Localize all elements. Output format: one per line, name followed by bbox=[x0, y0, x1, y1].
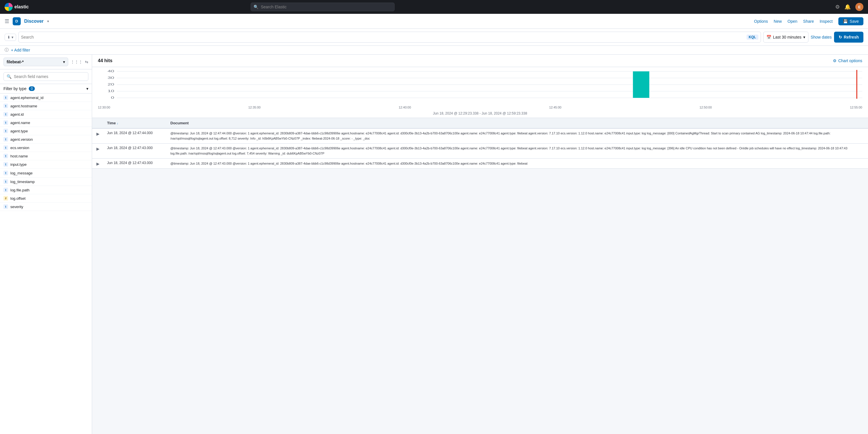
field-type-icon: # bbox=[3, 196, 8, 200]
search-input[interactable] bbox=[21, 35, 745, 39]
field-type-icon: t bbox=[3, 95, 8, 100]
save-icon: 💾 bbox=[843, 19, 848, 24]
filter-type-badge: 0 bbox=[29, 86, 35, 91]
kql-badge: KQL bbox=[747, 34, 758, 40]
svg-text:0: 0 bbox=[111, 96, 114, 99]
filter-type-chevron-icon: ▾ bbox=[86, 86, 88, 91]
hits-header: 44 hits ⚙ Chart options bbox=[92, 55, 868, 67]
save-search-chevron: ▾ bbox=[11, 35, 13, 39]
expand-button[interactable]: ▶ bbox=[96, 147, 100, 151]
table-header: Time ↓ Document bbox=[92, 118, 868, 128]
content-area: 44 hits ⚙ Chart options 40 30 bbox=[92, 55, 868, 434]
document-cell: @timestamp: Jun 18, 2024 @ 12:47:43.000 … bbox=[167, 144, 868, 159]
user-avatar[interactable]: E bbox=[855, 3, 863, 11]
field-item[interactable]: t agent.hostname bbox=[0, 102, 92, 110]
field-item[interactable]: t log_timestamp bbox=[0, 178, 92, 186]
save-button[interactable]: 💾 Save bbox=[838, 17, 863, 25]
top-nav-icons: ⚙ 🔔 E bbox=[835, 3, 863, 11]
time-picker[interactable]: 📅 Last 30 minutes ▾ bbox=[763, 32, 808, 42]
search-toolbar: ⬇ ▾ KQL 📅 Last 30 minutes ▾ Show dates ↻… bbox=[0, 29, 868, 46]
field-name: agent.name bbox=[10, 121, 88, 125]
time-chevron-icon: ▾ bbox=[803, 35, 805, 39]
filter-type-text: Filter by type bbox=[3, 86, 27, 91]
filter-bar: ⓘ + Add filter bbox=[0, 46, 868, 55]
open-button[interactable]: Open bbox=[787, 19, 797, 24]
time-sort-icon: ↓ bbox=[117, 122, 118, 125]
app-title: Discover bbox=[24, 19, 44, 24]
field-item[interactable]: t severity bbox=[0, 203, 92, 211]
top-nav: elastic 🔍 ⚙ 🔔 E bbox=[0, 0, 868, 14]
add-filter-button[interactable]: + Add filter bbox=[11, 48, 30, 52]
elastic-logo-text: elastic bbox=[14, 4, 29, 9]
refresh-button[interactable]: ↻ Refresh bbox=[834, 32, 863, 42]
save-label: Save bbox=[849, 19, 859, 24]
index-pattern-name: filebeat-* bbox=[7, 60, 24, 64]
hamburger-menu-icon[interactable]: ☰ bbox=[5, 18, 9, 25]
field-item[interactable]: t input.type bbox=[0, 160, 92, 169]
app-chevron-icon[interactable]: ▾ bbox=[47, 19, 49, 23]
field-search-input-wrap[interactable]: 🔍 bbox=[3, 72, 88, 81]
elastic-logo[interactable]: elastic bbox=[5, 3, 29, 11]
field-name: agent.version bbox=[10, 137, 88, 142]
field-type-icon: t bbox=[3, 103, 8, 108]
chart-options-button[interactable]: ⚙ Chart options bbox=[833, 58, 862, 63]
save-search-button[interactable]: ⬇ ▾ bbox=[5, 34, 16, 41]
elastic-logo-icon bbox=[5, 3, 13, 11]
field-search-input[interactable] bbox=[14, 74, 85, 79]
expand-button[interactable]: ▶ bbox=[96, 131, 100, 136]
histogram-chart: 40 30 20 10 0 bbox=[98, 70, 862, 99]
field-type-icon: t bbox=[3, 137, 8, 142]
time-col-header[interactable]: Time ↓ bbox=[103, 118, 167, 128]
refresh-label: Refresh bbox=[844, 35, 859, 39]
svg-text:10: 10 bbox=[107, 89, 114, 93]
filter-type-label: Filter by type 0 bbox=[3, 86, 35, 91]
columns-icon[interactable]: ⋮⋮⋮ bbox=[70, 60, 83, 64]
expand-cell: ▶ bbox=[92, 159, 103, 169]
field-item[interactable]: t agent.type bbox=[0, 127, 92, 135]
time-cell: Jun 18, 2024 @ 12:47:43.000 bbox=[103, 144, 167, 159]
filter-icon: ⓘ bbox=[5, 48, 9, 53]
field-item[interactable]: t log.file.path bbox=[0, 186, 92, 194]
field-item[interactable]: t agent.version bbox=[0, 135, 92, 144]
field-item[interactable]: t agent.name bbox=[0, 119, 92, 127]
field-item[interactable]: # log.offset bbox=[0, 194, 92, 203]
chart-area: 40 30 20 10 0 12:30:00 12:35:00 12:40:00… bbox=[92, 67, 868, 118]
chart-options-label: Chart options bbox=[838, 58, 862, 63]
options-button[interactable]: Options bbox=[754, 19, 768, 24]
filter-by-type[interactable]: Filter by type 0 ▾ bbox=[0, 84, 92, 94]
sidebar-settings-icon[interactable]: ⇆ bbox=[85, 60, 88, 64]
field-name: input.type bbox=[10, 162, 88, 167]
inspect-button[interactable]: Inspect bbox=[820, 19, 833, 24]
settings-icon[interactable]: ⚙ bbox=[835, 4, 840, 10]
share-button[interactable]: Share bbox=[803, 19, 814, 24]
sidebar: filebeat-* ▾ ⋮⋮⋮ ⇆ 🔍 Filter by type 0 ▾ … bbox=[0, 55, 92, 434]
document-cell: @timestamp: Jun 18, 2024 @ 12:47:43.000 … bbox=[167, 159, 868, 169]
refresh-icon: ↻ bbox=[839, 35, 842, 39]
new-button[interactable]: New bbox=[774, 19, 782, 24]
expand-cell: ▶ bbox=[92, 144, 103, 159]
field-item[interactable]: t agent.ephemeral_id bbox=[0, 94, 92, 102]
index-pattern-button[interactable]: filebeat-* ▾ bbox=[3, 58, 68, 66]
search-input-wrap[interactable]: KQL bbox=[19, 32, 761, 42]
field-item[interactable]: t log_message + bbox=[0, 169, 92, 178]
field-search-wrap: 🔍 bbox=[0, 69, 92, 84]
chart-bar bbox=[633, 71, 649, 98]
nav-actions: Options New Open Share Inspect 💾 Save bbox=[754, 17, 863, 25]
show-dates-button[interactable]: Show dates bbox=[811, 35, 832, 39]
field-item[interactable]: t host.name bbox=[0, 152, 92, 160]
field-name: agent.id bbox=[10, 112, 88, 117]
field-item[interactable]: t agent.id bbox=[0, 110, 92, 119]
field-name: agent.ephemeral_id bbox=[10, 96, 88, 100]
field-name: severity bbox=[10, 205, 88, 209]
sidebar-header: filebeat-* ▾ ⋮⋮⋮ ⇆ bbox=[0, 55, 92, 69]
notifications-icon[interactable]: 🔔 bbox=[844, 4, 851, 10]
global-search-input[interactable] bbox=[251, 3, 395, 11]
field-type-icon: t bbox=[3, 112, 8, 117]
time-label: Last 30 minutes bbox=[773, 35, 802, 39]
expand-button[interactable]: ▶ bbox=[96, 161, 100, 166]
global-search-bar[interactable]: 🔍 bbox=[251, 3, 395, 11]
chart-label-1250: 12:50:00 bbox=[700, 105, 712, 109]
field-item[interactable]: t ecs.version bbox=[0, 144, 92, 152]
field-name: agent.type bbox=[10, 129, 88, 133]
app-badge: D bbox=[13, 17, 21, 25]
